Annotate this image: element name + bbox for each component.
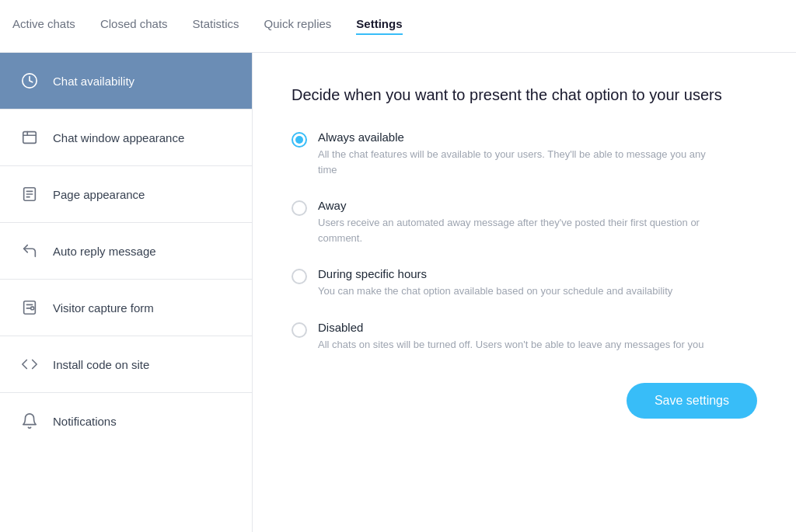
radio-option-away[interactable]: AwayUsers receive an automated away mess… (292, 199, 757, 245)
nav-tab-settings[interactable]: Settings (356, 17, 402, 35)
sidebar-item-chat-availability[interactable]: Chat availability (0, 53, 252, 110)
sidebar-item-auto-reply-message[interactable]: Auto reply message (0, 223, 252, 280)
radio-circle-always-available (292, 132, 307, 148)
nav-tab-active-chats[interactable]: Active chats (12, 17, 75, 35)
form-icon (19, 297, 40, 318)
page-icon (19, 183, 40, 205)
radio-group: Always availableAll the chat features wi… (292, 130, 757, 352)
radio-circle-during-specific-hours (292, 269, 307, 284)
radio-circle-disabled (292, 322, 307, 338)
radio-option-disabled[interactable]: DisabledAll chats on sites will be turne… (292, 321, 757, 353)
sidebar-item-install-code-on-site[interactable]: Install code on site (0, 336, 252, 393)
nav-tab-quick-replies[interactable]: Quick replies (264, 17, 332, 35)
sidebar-label-page-appearance: Page appearance (53, 188, 145, 201)
sidebar-item-page-appearance[interactable]: Page appearance (0, 166, 252, 223)
sidebar-label-visitor-capture-form: Visitor capture form (53, 301, 154, 315)
code-icon (19, 353, 40, 375)
main-layout: Chat availabilityChat window appearanceP… (0, 53, 796, 532)
sidebar-label-chat-availability: Chat availability (53, 75, 134, 88)
radio-option-during-specific-hours[interactable]: During specific hoursYou can make the ch… (292, 267, 757, 299)
reply-icon (19, 240, 40, 262)
sidebar: Chat availabilityChat window appearanceP… (0, 53, 253, 532)
nav-tab-closed-chats[interactable]: Closed chats (100, 17, 168, 35)
svg-rect-1 (23, 132, 37, 144)
sidebar-item-visitor-capture-form[interactable]: Visitor capture form (0, 280, 252, 336)
sidebar-label-notifications: Notifications (53, 415, 117, 428)
content-area: Decide when you want to present the chat… (253, 53, 796, 532)
sidebar-label-chat-window-appearance: Chat window appearance (53, 131, 184, 144)
content-title: Decide when you want to present the chat… (292, 84, 757, 106)
sidebar-label-auto-reply-message: Auto reply message (53, 245, 156, 258)
bell-icon (19, 410, 40, 432)
clock-icon (19, 70, 40, 92)
radio-label-during-specific-hours: During specific hours (318, 267, 672, 280)
sidebar-item-notifications[interactable]: Notifications (0, 393, 252, 449)
radio-option-always-available[interactable]: Always availableAll the chat features wi… (292, 130, 757, 177)
radio-desc-always-available: All the chat features will be available … (318, 147, 722, 177)
top-navigation: Active chatsClosed chatsStatisticsQuick … (0, 0, 796, 53)
radio-desc-disabled: All chats on sites will be turned off. U… (318, 337, 704, 353)
nav-tab-statistics[interactable]: Statistics (193, 17, 239, 35)
radio-label-disabled: Disabled (318, 321, 704, 334)
svg-rect-11 (31, 307, 34, 310)
save-button-row: Save settings (292, 383, 757, 419)
radio-label-always-available: Always available (318, 130, 722, 144)
radio-desc-away: Users receive an automated away message … (318, 215, 722, 245)
save-settings-button[interactable]: Save settings (627, 383, 757, 419)
sidebar-label-install-code-on-site: Install code on site (53, 358, 149, 371)
radio-desc-during-specific-hours: You can make the chat option available b… (318, 283, 672, 299)
radio-circle-away (292, 200, 307, 216)
window-icon (19, 127, 40, 148)
sidebar-item-chat-window-appearance[interactable]: Chat window appearance (0, 110, 252, 166)
radio-label-away: Away (318, 199, 722, 212)
